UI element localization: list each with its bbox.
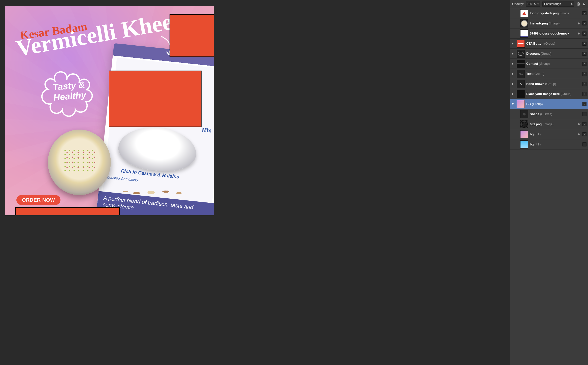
layer-thumbnail [517,50,525,58]
visibility-checkbox[interactable]: ✓ [582,52,586,56]
layer-name: 57498-glossy-pouch-mock [530,32,577,35]
visibility-checkbox[interactable]: ✓ [582,42,586,46]
visibility-checkbox[interactable]: ✓ [582,11,586,15]
visibility-checkbox[interactable]: ✓ [582,92,586,96]
layer-thumbnail [520,130,528,138]
redaction-block [109,71,202,127]
fx-badge: fx [578,133,580,136]
visibility-checkbox[interactable]: ✓ [582,132,586,136]
layer-thumbnail [520,9,528,17]
svg-point-0 [578,4,579,5]
layers-panel: Opacity: 100 % Passthrough ▴▾ logo-png-s… [510,0,588,365]
pouch-mix-label: Mix [202,127,212,134]
chevron-down-icon [537,4,539,5]
redaction-block [15,207,120,215]
layer-thumbnail [520,19,528,27]
layer-thumbnail [520,120,528,128]
expand-toggle[interactable] [510,73,515,75]
layer-thumbnail [517,100,525,108]
gear-icon[interactable] [576,2,580,6]
expand-toggle[interactable] [510,83,515,85]
layer-thumbnail [517,80,525,88]
visibility-checkbox[interactable] [582,142,586,146]
layer-row[interactable]: Discount (Group)✓ [510,49,588,59]
visibility-checkbox[interactable]: ✓ [582,72,586,76]
opacity-input[interactable]: 100 % [526,2,540,7]
visibility-checkbox[interactable]: ✓ [582,21,586,25]
redaction-block [170,14,214,57]
layer-row[interactable]: Contact (Group)✓ [510,59,588,69]
fx-badge: fx [578,32,580,35]
layer-name: Discount (Group) [526,52,581,55]
visibility-checkbox[interactable]: ✓ [582,102,586,106]
layer-name: Contact (Group) [526,62,581,66]
layer-row[interactable]: Shape (Curves) [510,109,588,119]
layer-name: Text (Group) [526,72,581,76]
layer-thumbnail [517,90,525,98]
expand-toggle[interactable] [510,43,515,45]
layer-thumbnail [520,140,528,148]
artboard[interactable]: Mix Rich in Cashew & Raisins Suggested G… [5,6,214,215]
order-now-button[interactable]: ORDER NOW [16,195,60,205]
stepper-icon: ▴▾ [571,2,573,6]
visibility-checkbox[interactable] [582,112,586,116]
panel-header: Opacity: 100 % Passthrough ▴▾ [510,0,588,8]
visibility-checkbox[interactable]: ✓ [582,62,586,66]
layer-name: Place your image here (Group) [526,92,581,96]
layer-name: 681.png (Image) [530,123,577,126]
expand-toggle[interactable] [510,93,515,95]
layer-thumbnail [517,60,525,68]
layer-name: BG (Group) [526,102,581,106]
layer-name: Hand drawn (Group) [526,82,581,86]
layers-list[interactable]: logo-png-strok.png (Image)✓Instant-.png … [510,8,588,187]
layer-thumbnail [517,40,525,48]
layer-row[interactable]: Place your image here (Group)✓ [510,89,588,99]
opacity-label: Opacity: [512,2,524,6]
fx-badge: fx [578,22,580,25]
lock-icon[interactable] [582,2,586,6]
layer-row[interactable]: BG (Group)✓ [510,99,588,109]
visibility-checkbox[interactable]: ✓ [582,82,586,86]
layer-thumbnail [520,110,528,118]
layer-name: Instant-.png (Image) [530,22,577,25]
nuts-decoration [115,175,188,205]
layer-row[interactable]: bg (Fill)fx✓ [510,129,588,139]
layer-row[interactable]: CTA Button (Group)✓ [510,39,588,49]
blend-mode-select[interactable]: Passthrough ▴▾ [542,2,574,7]
layer-row[interactable]: 681.png (Image)fx✓ [510,119,588,129]
layer-row[interactable]: Instant-.png (Image)fx✓ [510,18,588,28]
layer-thumbnail: Abc [517,70,525,78]
layer-row[interactable]: Hand drawn (Group)✓ [510,79,588,89]
layer-row[interactable]: bg (Fill) [510,139,588,149]
layer-name: Shape (Curves) [530,112,581,116]
layer-row[interactable]: 57498-glossy-pouch-mock fx✓ [510,28,588,39]
layer-name: logo-png-strok.png (Image) [530,12,581,15]
layer-name: bg (Fill) [530,133,577,136]
layer-name: bg (Fill) [530,143,581,146]
kheer-bowl-photo [48,130,111,195]
visibility-checkbox[interactable]: ✓ [582,32,586,36]
fx-badge: fx [578,123,580,126]
expand-toggle[interactable] [510,103,515,105]
expand-toggle[interactable] [510,53,515,55]
layer-row[interactable]: AbcText (Group)✓ [510,69,588,79]
expand-toggle[interactable] [510,63,515,65]
layer-name: CTA Button (Group) [526,42,581,45]
visibility-checkbox[interactable]: ✓ [582,122,586,126]
canvas-area[interactable]: Mix Rich in Cashew & Raisins Suggested G… [0,0,510,365]
layer-row[interactable]: logo-png-strok.png (Image)✓ [510,8,588,18]
layer-thumbnail [520,29,528,38]
